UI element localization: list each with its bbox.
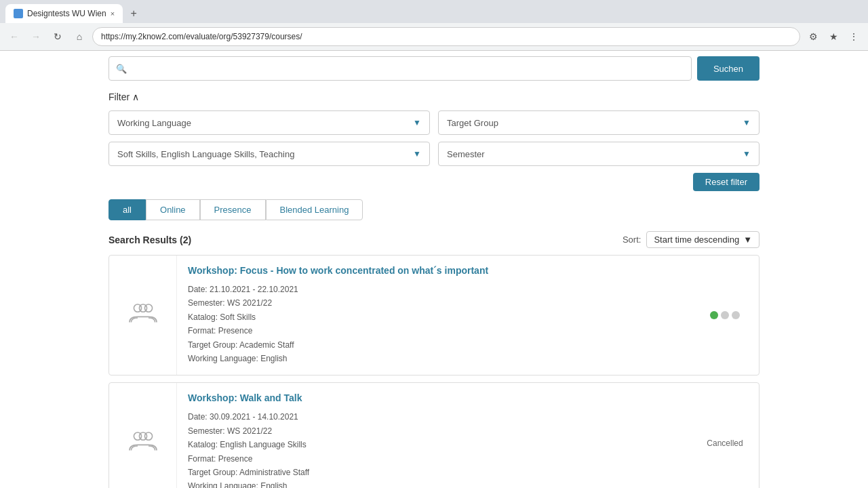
working-language-dropdown[interactable]: Working Language ▼ (108, 110, 430, 135)
course-format-2: Format: Presence (188, 452, 680, 466)
dot-gray-2 (732, 311, 740, 319)
home-button[interactable]: ⌂ (71, 28, 88, 45)
dot-gray-1 (721, 311, 729, 319)
course-body-1: Workshop: Focus - How to work concentrat… (177, 256, 691, 375)
reset-filter-row: Reset filter (108, 173, 760, 191)
new-tab-button[interactable]: + (125, 5, 142, 22)
filter-arrow-icon: ∧ (132, 92, 139, 102)
skills-dropdown[interactable]: Soft Skills, English Language Skills, Te… (108, 142, 430, 166)
forward-button[interactable]: → (27, 28, 45, 45)
search-area: 🔍 Suchen (108, 51, 760, 86)
dropdown-arrow-icon: ▼ (743, 118, 751, 127)
refresh-button[interactable]: ↻ (49, 28, 66, 45)
course-target-2: Target Group: Administrative Staff (188, 466, 680, 479)
course-semester-2: Semester: WS 2021/22 (188, 424, 680, 438)
filter-row-1: Working Language ▼ Target Group ▼ (108, 110, 760, 135)
dropdown-arrow-icon: ▼ (413, 149, 421, 159)
course-format-1: Format: Presence (188, 324, 680, 338)
dropdown-arrow-icon: ▼ (413, 118, 421, 127)
results-label: Search Results (2) (108, 235, 191, 245)
tab-title: Designtests WU Wien (27, 9, 106, 18)
people-icon-1 (126, 302, 160, 329)
course-language-2: Working Language: English (188, 479, 680, 488)
back-button[interactable]: ← (5, 28, 23, 45)
tab-blended-learning[interactable]: Blended Learning (266, 199, 363, 220)
course-status-1 (691, 256, 759, 375)
active-tab[interactable]: Designtests WU Wien × (5, 4, 123, 23)
people-icon-2 (126, 430, 160, 457)
semester-dropdown[interactable]: Semester ▼ (438, 142, 760, 166)
course-title-1[interactable]: Workshop: Focus - How to work concentrat… (188, 265, 680, 276)
browser-chrome: Designtests WU Wien × + ← → ↻ ⌂ https://… (0, 0, 868, 51)
course-card-2: Workshop: Walk and Talk Date: 30.09.2021… (108, 382, 760, 488)
reset-filter-button[interactable]: Reset filter (693, 173, 760, 191)
course-katalog-1: Katalog: Soft Skills (188, 310, 680, 324)
page-content: 🔍 Suchen Filter ∧ Working Language ▼ Tar… (95, 51, 773, 488)
sort-label: Sort: (623, 235, 641, 245)
sort-row: Search Results (2) Sort: Start time desc… (108, 231, 760, 248)
tab-close-button[interactable]: × (111, 9, 115, 18)
course-details-1: Date: 21.10.2021 - 22.10.2021 Semester: … (188, 283, 680, 365)
search-button[interactable]: Suchen (697, 56, 760, 81)
dot-green-1 (710, 311, 718, 319)
tab-bar: Designtests WU Wien × + (0, 0, 868, 23)
course-semester-1: Semester: WS 2021/22 (188, 296, 680, 310)
settings-icon[interactable]: ⋮ (845, 28, 863, 45)
course-target-1: Target Group: Academic Staff (188, 338, 680, 352)
url-text: https://my.2know2.com/evaluate/org/53927… (101, 32, 302, 41)
course-icon-area-2 (109, 383, 177, 488)
sort-arrow-icon: ▼ (743, 235, 752, 245)
svg-point-2 (139, 304, 146, 312)
course-date-2: Date: 30.09.2021 - 14.10.2021 (188, 410, 680, 424)
status-dots-1 (710, 311, 740, 319)
toolbar-icons: ⚙ ★ ⋮ (804, 28, 863, 45)
filter-row-2: Soft Skills, English Language Skills, Te… (108, 142, 760, 166)
course-icon-area-1 (109, 256, 177, 375)
svg-point-5 (139, 432, 146, 440)
bookmark-icon[interactable]: ★ (825, 28, 842, 45)
browser-toolbar: ← → ↻ ⌂ https://my.2know2.com/evaluate/o… (0, 23, 868, 50)
sort-control: Sort: Start time descending ▼ (623, 231, 760, 248)
sort-dropdown[interactable]: Start time descending ▼ (646, 231, 760, 248)
search-input-wrapper: 🔍 (108, 56, 692, 81)
search-icon: 🔍 (116, 64, 127, 74)
course-card-1: Workshop: Focus - How to work concentrat… (108, 255, 760, 375)
course-title-2[interactable]: Workshop: Walk and Talk (188, 392, 680, 403)
course-status-2: Cancelled (691, 383, 759, 488)
tab-filter-row: all Online Presence Blended Learning (108, 199, 760, 220)
course-date-1: Date: 21.10.2021 - 22.10.2021 (188, 283, 680, 296)
filter-title[interactable]: Filter ∧ (108, 92, 760, 102)
address-bar[interactable]: https://my.2know2.com/evaluate/org/53927… (92, 27, 800, 46)
filter-section: Filter ∧ Working Language ▼ Target Group… (108, 92, 760, 191)
course-language-1: Working Language: English (188, 352, 680, 365)
tab-all[interactable]: all (108, 199, 146, 220)
course-details-2: Date: 30.09.2021 - 14.10.2021 Semester: … (188, 410, 680, 488)
target-group-dropdown[interactable]: Target Group ▼ (438, 110, 760, 135)
course-katalog-2: Katalog: English Language Skills (188, 438, 680, 451)
extensions-icon[interactable]: ⚙ (804, 28, 822, 45)
tab-presence[interactable]: Presence (200, 199, 266, 220)
tab-online[interactable]: Online (146, 199, 200, 220)
course-body-2: Workshop: Walk and Talk Date: 30.09.2021… (177, 383, 691, 488)
tab-favicon (14, 9, 23, 18)
search-input[interactable] (131, 64, 684, 74)
cancelled-label: Cancelled (707, 439, 743, 448)
dropdown-arrow-icon: ▼ (743, 149, 751, 159)
